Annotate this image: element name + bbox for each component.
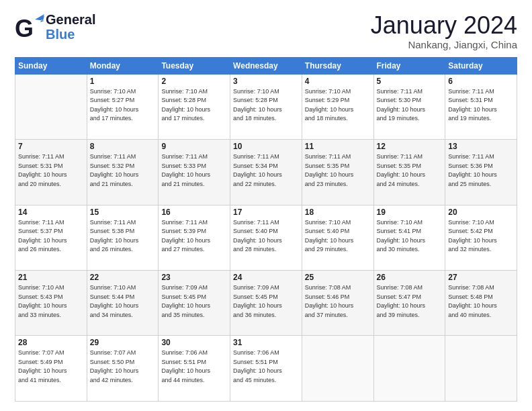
calendar-cell: 24Sunrise: 7:09 AMSunset: 5:45 PMDayligh… — [230, 271, 302, 336]
day-number: 24 — [233, 273, 299, 282]
day-header-saturday: Saturday — [445, 57, 517, 74]
calendar-cell: 25Sunrise: 7:08 AMSunset: 5:46 PMDayligh… — [302, 271, 373, 336]
day-number: 4 — [305, 77, 371, 86]
day-info: Sunrise: 7:11 AMSunset: 5:31 PMDaylight:… — [18, 152, 84, 189]
header: G General Blue January 2024 Nankang, Jia… — [15, 12, 517, 50]
calendar-week-row: 7Sunrise: 7:11 AMSunset: 5:31 PMDaylight… — [15, 140, 517, 205]
day-number: 29 — [90, 338, 156, 347]
calendar-header-row: SundayMondayTuesdayWednesdayThursdayFrid… — [15, 57, 517, 74]
calendar-cell: 22Sunrise: 7:10 AMSunset: 5:44 PMDayligh… — [87, 271, 159, 336]
calendar-cell: 17Sunrise: 7:11 AMSunset: 5:40 PMDayligh… — [230, 205, 302, 270]
calendar-cell: 29Sunrise: 7:07 AMSunset: 5:50 PMDayligh… — [87, 336, 159, 402]
day-number: 20 — [448, 208, 514, 217]
day-info: Sunrise: 7:10 AMSunset: 5:42 PMDaylight:… — [448, 218, 514, 255]
day-info: Sunrise: 7:11 AMSunset: 5:39 PMDaylight:… — [161, 218, 227, 255]
calendar-cell: 26Sunrise: 7:08 AMSunset: 5:47 PMDayligh… — [373, 271, 445, 336]
day-info: Sunrise: 7:09 AMSunset: 5:45 PMDaylight:… — [233, 283, 299, 320]
day-number: 12 — [377, 142, 443, 151]
day-number: 25 — [305, 273, 371, 282]
page: G General Blue January 2024 Nankang, Jia… — [0, 0, 532, 411]
calendar-cell: 20Sunrise: 7:10 AMSunset: 5:42 PMDayligh… — [445, 205, 517, 270]
day-number: 27 — [448, 273, 514, 282]
logo: G General Blue — [15, 12, 95, 42]
calendar-cell: 2Sunrise: 7:10 AMSunset: 5:28 PMDaylight… — [159, 74, 230, 139]
day-header-monday: Monday — [87, 57, 159, 74]
title-block: January 2024 Nankang, Jiangxi, China — [371, 12, 517, 50]
day-info: Sunrise: 7:10 AMSunset: 5:40 PMDaylight:… — [305, 218, 371, 255]
day-header-thursday: Thursday — [302, 57, 373, 74]
day-info: Sunrise: 7:07 AMSunset: 5:49 PMDaylight:… — [18, 349, 84, 385]
calendar-cell: 19Sunrise: 7:10 AMSunset: 5:41 PMDayligh… — [373, 205, 445, 270]
day-header-sunday: Sunday — [15, 57, 87, 74]
calendar-cell: 3Sunrise: 7:10 AMSunset: 5:28 PMDaylight… — [230, 74, 302, 139]
calendar-cell: 10Sunrise: 7:11 AMSunset: 5:34 PMDayligh… — [230, 140, 302, 205]
calendar-cell — [445, 336, 517, 402]
day-number: 28 — [18, 338, 84, 347]
day-number: 14 — [18, 208, 84, 217]
day-info: Sunrise: 7:11 AMSunset: 5:37 PMDaylight:… — [18, 218, 84, 255]
calendar-cell: 7Sunrise: 7:11 AMSunset: 5:31 PMDaylight… — [15, 140, 87, 205]
calendar-cell — [373, 336, 445, 402]
day-header-friday: Friday — [373, 57, 445, 74]
day-number: 3 — [233, 77, 299, 86]
day-info: Sunrise: 7:11 AMSunset: 5:33 PMDaylight:… — [161, 152, 227, 189]
day-info: Sunrise: 7:08 AMSunset: 5:47 PMDaylight:… — [377, 283, 443, 320]
day-number: 22 — [90, 273, 156, 282]
calendar-cell — [302, 336, 373, 402]
day-number: 18 — [305, 208, 371, 217]
day-header-wednesday: Wednesday — [230, 57, 302, 74]
day-number: 21 — [18, 273, 84, 282]
day-number: 19 — [377, 208, 443, 217]
day-header-tuesday: Tuesday — [159, 57, 230, 74]
calendar-table: SundayMondayTuesdayWednesdayThursdayFrid… — [15, 57, 517, 402]
logo-blue: Blue — [46, 27, 95, 42]
day-info: Sunrise: 7:07 AMSunset: 5:50 PMDaylight:… — [90, 349, 156, 385]
calendar-cell: 4Sunrise: 7:10 AMSunset: 5:29 PMDaylight… — [302, 74, 373, 139]
day-number: 5 — [377, 77, 443, 86]
day-info: Sunrise: 7:10 AMSunset: 5:43 PMDaylight:… — [18, 283, 84, 320]
day-info: Sunrise: 7:10 AMSunset: 5:28 PMDaylight:… — [233, 87, 299, 124]
day-number: 8 — [90, 142, 156, 151]
calendar-cell: 13Sunrise: 7:11 AMSunset: 5:36 PMDayligh… — [445, 140, 517, 205]
calendar-week-row: 14Sunrise: 7:11 AMSunset: 5:37 PMDayligh… — [15, 205, 517, 270]
day-number: 23 — [161, 273, 227, 282]
day-info: Sunrise: 7:11 AMSunset: 5:35 PMDaylight:… — [305, 152, 371, 189]
calendar-week-row: 1Sunrise: 7:10 AMSunset: 5:27 PMDaylight… — [15, 74, 517, 139]
calendar-cell: 28Sunrise: 7:07 AMSunset: 5:49 PMDayligh… — [15, 336, 87, 402]
day-info: Sunrise: 7:11 AMSunset: 5:31 PMDaylight:… — [448, 87, 514, 124]
day-number: 11 — [305, 142, 371, 151]
calendar-week-row: 21Sunrise: 7:10 AMSunset: 5:43 PMDayligh… — [15, 271, 517, 336]
day-number: 16 — [161, 208, 227, 217]
calendar-cell: 30Sunrise: 7:06 AMSunset: 5:51 PMDayligh… — [159, 336, 230, 402]
day-info: Sunrise: 7:11 AMSunset: 5:35 PMDaylight:… — [377, 152, 443, 189]
day-number: 30 — [161, 338, 227, 347]
calendar-cell: 16Sunrise: 7:11 AMSunset: 5:39 PMDayligh… — [159, 205, 230, 270]
day-info: Sunrise: 7:10 AMSunset: 5:41 PMDaylight:… — [377, 218, 443, 255]
calendar-cell: 6Sunrise: 7:11 AMSunset: 5:31 PMDaylight… — [445, 74, 517, 139]
day-info: Sunrise: 7:06 AMSunset: 5:51 PMDaylight:… — [161, 349, 227, 385]
day-info: Sunrise: 7:11 AMSunset: 5:34 PMDaylight:… — [233, 152, 299, 189]
calendar-cell: 11Sunrise: 7:11 AMSunset: 5:35 PMDayligh… — [302, 140, 373, 205]
location: Nankang, Jiangxi, China — [371, 39, 517, 50]
day-number: 13 — [448, 142, 514, 151]
day-info: Sunrise: 7:11 AMSunset: 5:30 PMDaylight:… — [377, 87, 443, 124]
calendar-cell: 1Sunrise: 7:10 AMSunset: 5:27 PMDaylight… — [87, 74, 159, 139]
day-info: Sunrise: 7:08 AMSunset: 5:48 PMDaylight:… — [448, 283, 514, 320]
month-title: January 2024 — [371, 12, 517, 39]
day-info: Sunrise: 7:09 AMSunset: 5:45 PMDaylight:… — [161, 283, 227, 320]
day-info: Sunrise: 7:10 AMSunset: 5:29 PMDaylight:… — [305, 87, 371, 124]
day-number: 26 — [377, 273, 443, 282]
day-info: Sunrise: 7:11 AMSunset: 5:40 PMDaylight:… — [233, 218, 299, 255]
calendar-week-row: 28Sunrise: 7:07 AMSunset: 5:49 PMDayligh… — [15, 336, 517, 402]
day-info: Sunrise: 7:10 AMSunset: 5:28 PMDaylight:… — [161, 87, 227, 124]
calendar-cell: 27Sunrise: 7:08 AMSunset: 5:48 PMDayligh… — [445, 271, 517, 336]
day-number: 9 — [161, 142, 227, 151]
day-number: 2 — [161, 77, 227, 86]
calendar-cell: 12Sunrise: 7:11 AMSunset: 5:35 PMDayligh… — [373, 140, 445, 205]
day-number: 1 — [90, 77, 156, 86]
calendar-cell: 5Sunrise: 7:11 AMSunset: 5:30 PMDaylight… — [373, 74, 445, 139]
logo-general: General — [46, 12, 95, 27]
day-info: Sunrise: 7:11 AMSunset: 5:32 PMDaylight:… — [90, 152, 156, 189]
calendar-cell: 9Sunrise: 7:11 AMSunset: 5:33 PMDaylight… — [159, 140, 230, 205]
calendar-cell: 23Sunrise: 7:09 AMSunset: 5:45 PMDayligh… — [159, 271, 230, 336]
